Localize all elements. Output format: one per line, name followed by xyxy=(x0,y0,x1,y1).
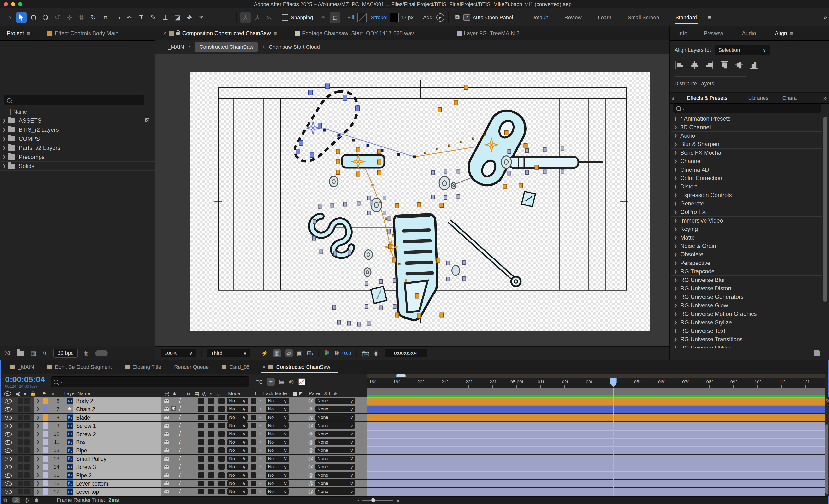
label-color-chip[interactable] xyxy=(43,464,48,470)
align-h-left-button[interactable] xyxy=(676,61,685,69)
parent-pickwhip-icon[interactable]: @ xyxy=(308,439,313,445)
eraser-tool[interactable]: ◪ xyxy=(172,12,183,23)
motion-blur-column-icon[interactable]: ◎ xyxy=(202,391,206,397)
effect-category-keying[interactable]: ❯Keying xyxy=(671,225,822,233)
eye-icon[interactable] xyxy=(5,416,12,420)
effects-menu-icon[interactable]: ≡ xyxy=(730,95,733,101)
orbit-camera-tool[interactable]: ↺ xyxy=(52,12,63,23)
shy-icon[interactable] xyxy=(164,457,169,461)
composition-canvas[interactable] xyxy=(190,72,650,332)
timeline-menu-icon[interactable]: ≡ xyxy=(333,364,335,370)
convert-vertex-tool[interactable]: ⅄ xyxy=(240,12,251,23)
adjustment-column-icon[interactable]: ◐ xyxy=(210,391,213,396)
snapshot-icon[interactable]: 📷 xyxy=(362,350,369,356)
expand-inout-icon[interactable]: {} xyxy=(26,497,29,503)
eye-icon[interactable] xyxy=(5,399,12,403)
mode-dropdown[interactable]: No∨ xyxy=(227,398,248,404)
track-matte-dropdown[interactable]: No∨ xyxy=(266,480,289,487)
project-menu-icon[interactable]: ≡ xyxy=(27,30,30,36)
fill-swatch[interactable] xyxy=(357,13,366,22)
mode-dropdown[interactable]: No∨ xyxy=(227,423,248,429)
small-ellipse-shape[interactable] xyxy=(452,265,460,275)
mode-dropdown[interactable]: No∨ xyxy=(227,447,248,454)
track-matte-pickwhip-icon[interactable]: ◔ xyxy=(259,431,262,437)
parent-link-dropdown[interactable]: None∨ xyxy=(316,456,355,462)
show-snapshot-icon[interactable]: ◉ xyxy=(373,350,379,356)
project-folder-Solids[interactable]: ❯Solids xyxy=(0,162,155,171)
small-square-shape-2[interactable] xyxy=(371,286,387,303)
zoom-slider-knob[interactable] xyxy=(371,498,375,502)
snap-options-icon[interactable]: ⌖ xyxy=(318,12,328,23)
parent-pickwhip-icon[interactable]: @ xyxy=(308,406,313,412)
viewer-timecode[interactable]: 0:00:05:04 xyxy=(385,349,427,357)
effect-category-rg-universe-utilities[interactable]: ❯RG Universe Utilities xyxy=(671,344,822,348)
close-tab-icon[interactable]: × xyxy=(163,30,166,37)
delete-icon[interactable]: 🗑 xyxy=(84,350,89,356)
layer-name-column-header[interactable]: Layer Name xyxy=(64,391,90,396)
t-column-header[interactable]: T xyxy=(254,391,257,396)
zoom-in-mountain-icon[interactable]: ▲ xyxy=(396,498,400,503)
pan-camera-tool[interactable]: ✛ xyxy=(64,12,75,23)
twirl-icon[interactable]: ❯ xyxy=(36,431,40,436)
parent-link-dropdown[interactable]: None∨ xyxy=(316,406,355,412)
parent-pickwhip-icon[interactable]: @ xyxy=(308,489,313,494)
track-matte-pickwhip-icon[interactable]: ◔ xyxy=(259,489,262,494)
zoom-tool[interactable] xyxy=(40,12,50,23)
layer-row-chain-2[interactable]: ❯7★Chain 2✱/No∨◔No∨@None∨ xyxy=(1,405,367,413)
snapping-checkbox[interactable] xyxy=(282,14,288,21)
zoom-dropdown[interactable]: 100%∨ xyxy=(161,349,196,357)
breadcrumb-child[interactable]: Chainsaw Start Cloud xyxy=(269,44,320,50)
twirl-icon[interactable]: ❯ xyxy=(36,473,40,478)
stroke-width-value[interactable]: 12 xyxy=(401,14,406,21)
effect-category-audio[interactable]: ❯Audio xyxy=(671,132,822,140)
layer-duration-bar-blade[interactable] xyxy=(367,414,825,421)
graph-editor-icon[interactable]: 📈 xyxy=(298,378,305,385)
quality-icon[interactable]: / xyxy=(179,455,181,462)
parent-link-dropdown[interactable]: None∨ xyxy=(316,439,355,445)
workspace-review[interactable]: Review xyxy=(564,14,581,21)
quality-icon[interactable]: / xyxy=(179,431,181,437)
align-menu-icon[interactable]: ≡ xyxy=(790,30,793,36)
stroke-label[interactable]: Stroke: xyxy=(371,14,388,21)
shy-icon[interactable] xyxy=(164,399,169,403)
fx-column-icon[interactable]: fx xyxy=(187,391,191,396)
parent-link-dropdown[interactable]: None∨ xyxy=(316,414,355,421)
twirl-icon[interactable]: ❯ xyxy=(0,145,8,150)
track-matte-pickwhip-icon[interactable]: ◔ xyxy=(259,415,262,420)
new-composition-icon[interactable]: ▦ xyxy=(31,350,36,356)
quality-icon[interactable]: / xyxy=(179,480,181,487)
project-folder-Precomps[interactable]: ❯Precomps xyxy=(0,153,155,162)
layer-row-pipe-2[interactable]: ❯15PsPipe 2/No∨◔No∨@None∨ xyxy=(1,471,367,479)
quality-icon[interactable]: / xyxy=(179,406,181,412)
twirl-icon[interactable]: ❯ xyxy=(36,415,40,420)
tab-character[interactable]: Chara xyxy=(779,93,800,103)
comp-marker-icon[interactable]: ✎ xyxy=(826,398,829,404)
roto-brush-tool[interactable]: ❖ xyxy=(184,12,194,23)
layer-row-lever-bottom[interactable]: ❯16PsLever bottom/No∨◔No∨@None∨ xyxy=(1,479,367,488)
breadcrumb-main[interactable]: _MAIN xyxy=(168,44,184,50)
twirl-icon[interactable]: ❯ xyxy=(36,448,40,453)
shy-icon[interactable] xyxy=(164,424,169,428)
shy-column-icon[interactable]: 웃 xyxy=(165,390,170,397)
mode-dropdown[interactable]: No∨ xyxy=(227,439,248,445)
twirl-icon[interactable]: ❯ xyxy=(0,163,8,168)
playhead-line[interactable] xyxy=(613,388,614,496)
layer-name[interactable]: Screw 3 xyxy=(76,464,96,470)
quality-icon[interactable]: / xyxy=(179,414,181,421)
composition-canvas-area[interactable] xyxy=(190,72,650,332)
label-color-chip[interactable] xyxy=(43,489,48,495)
project-name-header[interactable]: Name xyxy=(10,108,27,116)
effect-category-boris-fx-mocha[interactable]: ❯Boris FX Mocha xyxy=(671,149,822,157)
timeline-tab-don-t-be-good-segment[interactable]: Don't Be Good Segment xyxy=(44,360,115,374)
flowchart-icon[interactable]: ⚄ xyxy=(145,117,149,124)
layer-name[interactable]: Blade xyxy=(76,415,90,421)
shy-icon[interactable] xyxy=(164,490,169,494)
layer-name[interactable]: Box xyxy=(76,439,86,446)
quality-icon[interactable]: / xyxy=(179,472,181,478)
navigator-handle[interactable] xyxy=(396,374,406,377)
track-matte-pickwhip-icon[interactable]: ◔ xyxy=(259,398,262,404)
shy-icon[interactable] xyxy=(164,449,169,452)
layer-name[interactable]: Pipe xyxy=(76,448,87,454)
track-matte-pickwhip-icon[interactable]: ◔ xyxy=(259,406,262,412)
label-color-chip[interactable] xyxy=(43,456,48,462)
